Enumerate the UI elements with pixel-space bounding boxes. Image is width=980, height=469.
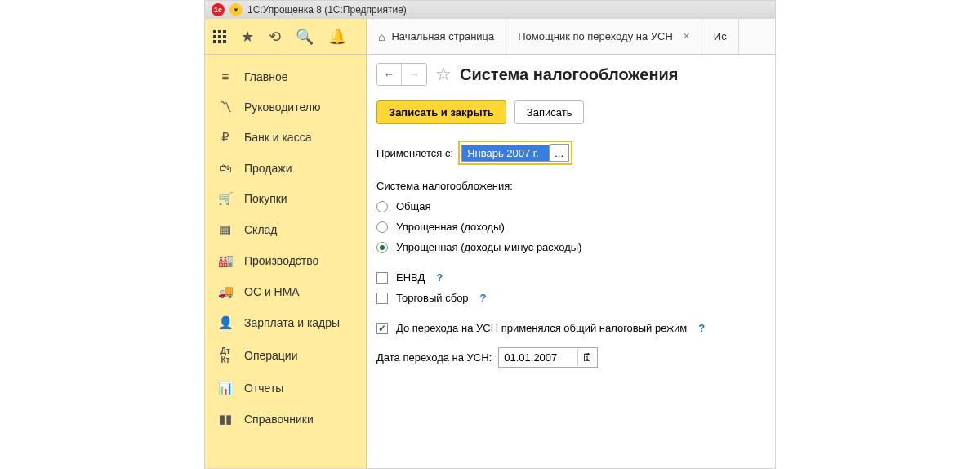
chart-icon: 📊 xyxy=(218,381,233,395)
sidebar-item-hr[interactable]: 👤Зарплата и кадры xyxy=(205,307,366,338)
close-icon[interactable]: ✕ xyxy=(683,31,690,42)
home-icon: ⌂ xyxy=(378,30,385,43)
sidebar-item-bank[interactable]: ₽Банк и касса xyxy=(205,122,366,153)
app-logo-1c: 1c xyxy=(212,3,225,16)
checkbox-icon: ✓ xyxy=(376,323,388,334)
tab-bar: ⌂ Начальная страница Помощник по переход… xyxy=(367,19,775,54)
nav-arrows: ← → xyxy=(376,63,427,86)
tax-system-label: Система налогообложения: xyxy=(376,180,765,192)
applied-from-picker-button[interactable]: ... xyxy=(550,144,569,162)
checkbox-trade-fee[interactable]: Торговый сбор ? xyxy=(376,292,765,304)
sidebar-item-label: Производство xyxy=(244,254,318,267)
checkbox-icon xyxy=(376,293,388,304)
sidebar-item-warehouse[interactable]: ▦Склад xyxy=(205,214,366,245)
calendar-icon[interactable]: 🗓 xyxy=(577,349,597,366)
sidebar-item-label: Склад xyxy=(244,223,278,236)
sidebar-item-purchases[interactable]: 🛒Покупки xyxy=(205,183,366,214)
person-icon: 👤 xyxy=(218,315,233,330)
sidebar-item-label: Операции xyxy=(244,349,298,362)
window-titlebar: 1c ▼ 1С:Упрощенка 8 (1С:Предприятие) xyxy=(205,1,775,19)
trend-icon: 〽 xyxy=(218,100,233,114)
radio-usn-income[interactable]: Упрощенная (доходы) xyxy=(376,221,765,233)
sidebar-item-label: Продажи xyxy=(244,162,292,175)
sidebar: ≡Главное 〽Руководителю ₽Банк и касса 🛍Пр… xyxy=(205,55,367,468)
tab-label: Ис xyxy=(714,30,727,42)
ruble-icon: ₽ xyxy=(218,130,233,145)
sidebar-item-manager[interactable]: 〽Руководителю xyxy=(205,92,366,122)
bell-icon[interactable]: 🔔 xyxy=(328,28,346,46)
tab-home[interactable]: ⌂ Начальная страница xyxy=(367,19,506,54)
sidebar-item-assets[interactable]: 🚚ОС и НМА xyxy=(205,276,366,307)
search-icon[interactable]: 🔍 xyxy=(296,28,314,46)
sidebar-item-label: Справочники xyxy=(244,413,314,426)
page-title: Система налогообложения xyxy=(460,65,678,84)
menu-icon: ≡ xyxy=(218,69,233,83)
checkbox-label: Торговый сбор xyxy=(396,292,469,304)
save-close-button[interactable]: Записать и закрыть xyxy=(376,100,506,124)
sidebar-item-refs[interactable]: ▮▮Справочники xyxy=(205,404,366,435)
help-icon[interactable]: ? xyxy=(480,292,487,304)
help-icon[interactable]: ? xyxy=(698,322,705,334)
radio-label: Упрощенная (доходы) xyxy=(396,221,505,233)
sidebar-item-sales[interactable]: 🛍Продажи xyxy=(205,153,366,183)
radio-general[interactable]: Общая xyxy=(376,200,765,212)
sidebar-item-label: Руководителю xyxy=(244,100,320,114)
radio-usn-income-expense[interactable]: Упрощенная (доходы минус расходы) xyxy=(376,241,765,253)
save-button[interactable]: Записать xyxy=(514,100,585,124)
transition-date-field: 🗓 xyxy=(498,347,598,368)
factory-icon: 🏭 xyxy=(218,253,233,268)
favorite-star-icon[interactable]: ☆ xyxy=(435,64,452,85)
bag-icon: 🛍 xyxy=(218,161,233,175)
cart-icon: 🛒 xyxy=(218,191,233,206)
nav-forward-button[interactable]: → xyxy=(402,64,426,85)
dropdown-icon[interactable]: ▼ xyxy=(229,3,243,16)
checkbox-envd[interactable]: ЕНВД ? xyxy=(376,271,765,284)
sidebar-item-label: Отчеты xyxy=(244,382,283,395)
history-icon[interactable]: ⟲ xyxy=(269,28,281,46)
transition-date-input[interactable] xyxy=(499,348,577,367)
sidebar-item-label: ОС и НМА xyxy=(244,285,300,298)
checkbox-label: До перехода на УСН применялся общий нало… xyxy=(396,322,687,334)
tab-usn-helper[interactable]: Помощник по переходу на УСН ✕ xyxy=(506,19,702,54)
sidebar-item-production[interactable]: 🏭Производство xyxy=(205,245,366,276)
transition-date-label: Дата перехода на УСН: xyxy=(376,351,492,364)
applied-from-field-wrap: Январь 2007 г. ... xyxy=(458,141,572,165)
help-icon[interactable]: ? xyxy=(436,271,443,284)
radio-icon xyxy=(376,221,388,233)
sidebar-item-label: Банк и касса xyxy=(244,131,311,144)
sidebar-item-operations[interactable]: ДтКтОперации xyxy=(205,338,366,373)
truck-icon: 🚚 xyxy=(218,284,233,299)
sidebar-item-label: Покупки xyxy=(244,192,287,205)
window-title: 1С:Упрощенка 8 (1С:Предприятие) xyxy=(247,4,407,16)
books-icon: ▮▮ xyxy=(218,412,233,427)
checkbox-prior-general[interactable]: ✓ До перехода на УСН применялся общий на… xyxy=(376,322,765,334)
sidebar-item-reports[interactable]: 📊Отчеты xyxy=(205,373,366,404)
radio-icon xyxy=(376,201,388,212)
boxes-icon: ▦ xyxy=(218,222,233,237)
tab-truncated[interactable]: Ис xyxy=(702,19,739,54)
sidebar-item-label: Зарплата и кадры xyxy=(244,316,340,329)
tab-label: Помощник по переходу на УСН xyxy=(518,30,673,42)
radio-label: Общая xyxy=(396,200,431,212)
checkbox-label: ЕНВД xyxy=(396,271,425,284)
dtkt-icon: ДтКт xyxy=(218,346,233,364)
apps-grid-icon[interactable] xyxy=(213,30,226,43)
sidebar-item-main[interactable]: ≡Главное xyxy=(205,61,366,92)
applied-from-value[interactable]: Январь 2007 г. xyxy=(461,145,550,162)
main-content: ← → ☆ Система налогообложения Записать и… xyxy=(367,55,775,468)
applied-from-label: Применяется с: xyxy=(376,147,453,159)
radio-label: Упрощенная (доходы минус расходы) xyxy=(396,241,581,253)
main-toolbar: ★ ⟲ 🔍 🔔 xyxy=(205,19,367,54)
sidebar-item-label: Главное xyxy=(244,70,288,83)
radio-icon xyxy=(376,242,388,253)
tab-label: Начальная страница xyxy=(391,30,494,42)
checkbox-icon xyxy=(376,272,388,284)
star-icon[interactable]: ★ xyxy=(241,28,254,46)
nav-back-button[interactable]: ← xyxy=(377,64,402,85)
